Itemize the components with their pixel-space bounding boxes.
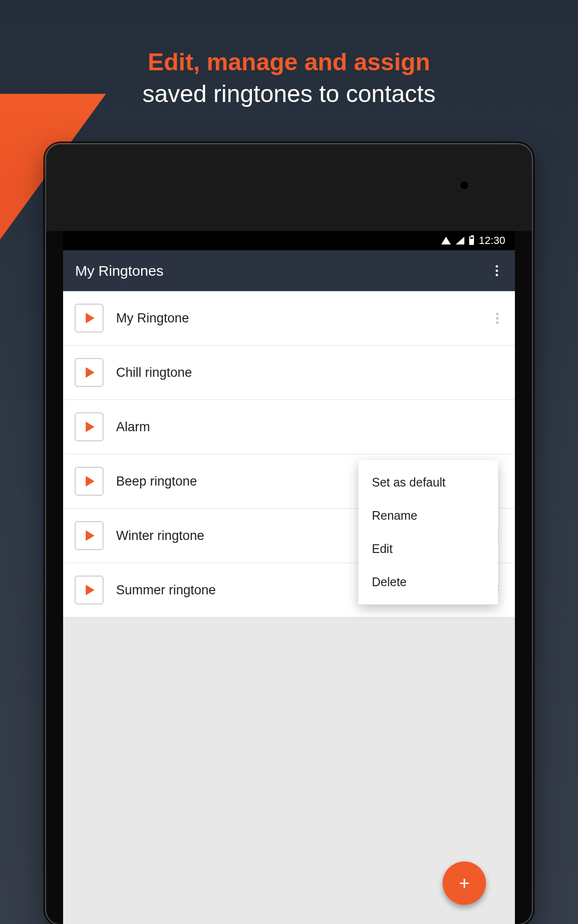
status-bar-time: 12:30 xyxy=(479,234,505,247)
play-icon xyxy=(86,530,94,541)
ringtone-label: My Ringtone xyxy=(116,311,479,326)
add-ringtone-fab[interactable]: + xyxy=(443,861,486,905)
menu-item-delete[interactable]: Delete xyxy=(358,565,498,599)
plus-icon: + xyxy=(459,873,470,894)
more-dots-icon xyxy=(496,313,499,315)
play-icon xyxy=(86,476,94,487)
play-icon xyxy=(86,422,94,432)
wifi-icon xyxy=(441,237,451,244)
list-item[interactable]: Alarm xyxy=(63,400,515,454)
headline-normal-text: saved ringtones to contacts xyxy=(0,80,578,108)
play-button[interactable] xyxy=(75,467,104,496)
play-button[interactable] xyxy=(75,412,104,441)
context-menu: Set as default Rename Edit Delete xyxy=(358,460,498,604)
toolbar-more-button[interactable] xyxy=(491,260,503,281)
promo-headline: Edit, manage and assign saved ringtones … xyxy=(0,48,578,108)
play-icon xyxy=(86,313,94,323)
battery-icon xyxy=(469,236,474,245)
menu-item-rename[interactable]: Rename xyxy=(358,499,498,532)
play-button[interactable] xyxy=(75,304,104,333)
ringtone-label: Alarm xyxy=(116,420,503,435)
tablet-camera-dot xyxy=(460,180,469,190)
android-status-bar: 12:30 xyxy=(63,231,515,250)
play-icon xyxy=(86,585,94,595)
list-item[interactable]: Chill ringtone xyxy=(63,346,515,400)
list-item[interactable]: My Ringtone xyxy=(63,291,515,346)
tablet-device-frame: 12:30 My Ringtones My Ringtone xyxy=(46,144,532,924)
cellular-signal-icon xyxy=(456,237,464,244)
headline-bold-text: Edit, manage and assign xyxy=(0,48,578,76)
menu-item-edit[interactable]: Edit xyxy=(358,532,498,565)
play-button[interactable] xyxy=(75,358,104,387)
ringtone-label: Chill ringtone xyxy=(116,365,503,380)
menu-item-set-default[interactable]: Set as default xyxy=(358,466,498,499)
tablet-bezel xyxy=(46,144,532,231)
page-title: My Ringtones xyxy=(75,263,163,279)
play-button[interactable] xyxy=(75,576,104,604)
play-icon xyxy=(86,367,94,378)
more-dots-icon xyxy=(496,265,498,268)
play-button[interactable] xyxy=(75,521,104,550)
app-toolbar: My Ringtones xyxy=(63,250,515,291)
item-more-button[interactable] xyxy=(491,308,503,329)
